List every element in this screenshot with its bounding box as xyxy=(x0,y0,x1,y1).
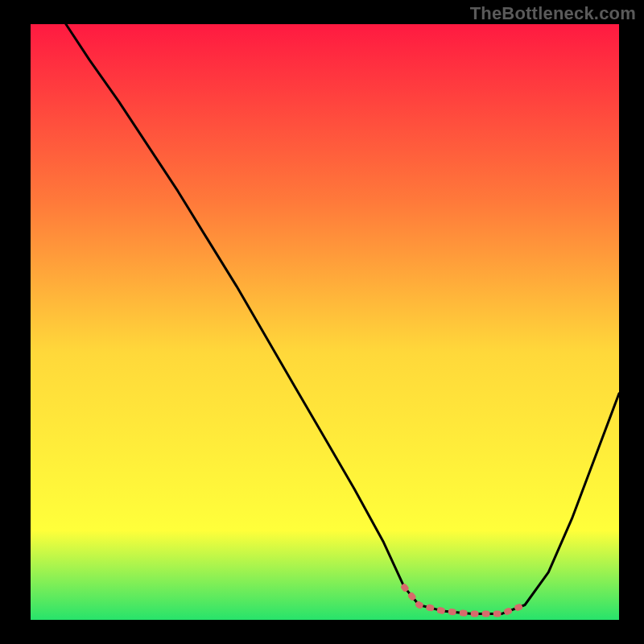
plot-background xyxy=(31,24,619,620)
chart-frame: { "watermark": "TheBottleneck.com", "col… xyxy=(0,0,644,644)
gradient-chart xyxy=(0,0,644,644)
